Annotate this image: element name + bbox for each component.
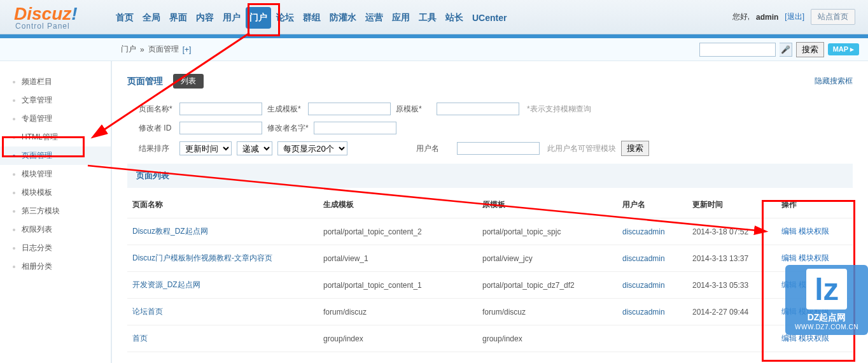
- nav-用户[interactable]: 用户: [219, 7, 244, 29]
- op-perm[interactable]: 模块权限: [799, 227, 829, 236]
- logo: Discuz! Control Panel: [0, 4, 112, 31]
- row-name-link[interactable]: 开发资源_DZ起点网: [132, 280, 200, 289]
- nav-应用[interactable]: 应用: [388, 7, 414, 29]
- nav-站长[interactable]: 站长: [442, 7, 467, 29]
- breadcrumb-sep: »: [140, 45, 144, 54]
- row-gen: group/index: [318, 325, 477, 352]
- mic-icon[interactable]: 🎤: [780, 43, 792, 57]
- col-user: 用户名: [617, 192, 687, 218]
- sidebar-item-9[interactable]: 日志分类: [0, 239, 111, 257]
- input-origtpl[interactable]: [437, 103, 519, 115]
- nav-UCenter[interactable]: UCenter: [468, 8, 510, 28]
- input-gentpl[interactable]: [308, 103, 391, 115]
- row-time: [687, 325, 776, 352]
- watermark-name: DZ起点网: [789, 312, 864, 324]
- row-gen: forum/discuz: [318, 299, 477, 325]
- sidebar-item-8[interactable]: 权限列表: [0, 220, 111, 239]
- sidebar: 频道栏目文章管理专题管理HTML管理页面管理模块管理模块模板第三方模块权限列表日…: [0, 61, 112, 363]
- row-time: 2014-3-13 13:37: [687, 245, 776, 272]
- table-row: 论坛首页forum/discuzforum/discuzdiscuzadmin2…: [127, 299, 853, 325]
- content: 页面管理 列表 隐藏搜索框 页面名称* 生成模板* 原模板* *表示支持模糊查询…: [112, 61, 868, 363]
- select-order[interactable]: 递减: [237, 141, 272, 155]
- main-nav: 首页全局界面内容用户门户论坛群组防灌水运营应用工具站长UCenter: [112, 6, 732, 29]
- sidebar-item-4[interactable]: 页面管理: [0, 146, 111, 165]
- label-sort: 结果排序: [139, 143, 174, 154]
- label-modid: 修改者 ID: [139, 123, 174, 134]
- row-orig: portal/view_jcy: [477, 245, 617, 272]
- nav-运营[interactable]: 运营: [361, 7, 387, 29]
- label-name: 页面名称*: [139, 104, 174, 115]
- input-modid[interactable]: [179, 122, 262, 134]
- global-search-button[interactable]: 搜索: [796, 42, 824, 57]
- row-gen: portal/view_1: [318, 245, 477, 272]
- input-name[interactable]: [179, 103, 262, 115]
- logo-text: Discuz: [14, 4, 71, 24]
- row-orig: group/index: [477, 325, 617, 352]
- table-row: Discuz教程_DZ起点网portal/portal_topic_conten…: [127, 218, 853, 245]
- breadcrumb-portal[interactable]: 门户: [121, 44, 136, 55]
- sidebar-item-5[interactable]: 模块管理: [0, 165, 111, 183]
- sidebar-item-2[interactable]: 专题管理: [0, 110, 111, 128]
- sidebar-item-10[interactable]: 相册分类: [0, 257, 111, 276]
- table-row: 开发资源_DZ起点网portal/portal_topic_content_1p…: [127, 272, 853, 299]
- sidebar-item-6[interactable]: 模块模板: [0, 183, 111, 202]
- hide-search-link[interactable]: 隐藏搜索框: [815, 76, 853, 87]
- nav-全局[interactable]: 全局: [139, 7, 164, 29]
- nav-工具[interactable]: 工具: [415, 7, 440, 29]
- row-name-link[interactable]: 论坛首页: [132, 307, 163, 316]
- watermark-url: WWW.DZ7.COM.CN: [789, 324, 864, 331]
- row-orig: portal/portal_topic_dz7_df2: [477, 272, 617, 299]
- row-orig: portal/portal_topic_spjc: [477, 218, 617, 245]
- row-gen: portal/portal_topic_content_1: [318, 272, 477, 299]
- row-user-link[interactable]: discuzadmin: [622, 281, 665, 290]
- nav-论坛[interactable]: 论坛: [272, 7, 298, 29]
- row-name-link[interactable]: Discuz门户模板制作视频教程-文章内容页: [132, 253, 272, 262]
- row-user-link[interactable]: discuzadmin: [622, 254, 665, 263]
- op-edit[interactable]: 编辑: [781, 227, 797, 236]
- page-title: 页面管理: [127, 76, 163, 87]
- logo-excl: !: [71, 4, 77, 24]
- nav-群组[interactable]: 群组: [299, 7, 325, 29]
- sidebar-item-3[interactable]: HTML管理: [0, 128, 111, 146]
- watermark: lz DZ起点网 WWW.DZ7.COM.CN: [785, 265, 868, 335]
- list-tab[interactable]: 列表: [173, 74, 204, 89]
- sidebar-item-1[interactable]: 文章管理: [0, 91, 111, 110]
- watermark-icon: lz: [806, 269, 847, 310]
- logout-link[interactable]: [退出]: [785, 11, 804, 22]
- nav-首页[interactable]: 首页: [112, 7, 137, 29]
- row-name-link[interactable]: 首页: [132, 334, 148, 343]
- nav-防灌水[interactable]: 防灌水: [326, 7, 360, 29]
- op-perm[interactable]: 模块权限: [799, 334, 829, 343]
- map-button[interactable]: MAP ▸: [828, 43, 859, 55]
- table-row: 首页group/indexgroup/index编辑 模块权限: [127, 325, 853, 352]
- row-time: 2014-3-13 05:33: [687, 272, 776, 299]
- nav-界面[interactable]: 界面: [165, 7, 191, 29]
- global-search-input[interactable]: [699, 43, 776, 57]
- breadcrumb-page[interactable]: 页面管理: [148, 44, 179, 55]
- op-edit[interactable]: 编辑: [781, 253, 797, 262]
- nav-内容[interactable]: 内容: [192, 7, 218, 29]
- select-perpage[interactable]: 每页显示20个: [277, 141, 347, 155]
- col-name: 页面名称: [127, 192, 318, 218]
- row-user-link[interactable]: discuzadmin: [622, 308, 665, 317]
- form-search-button[interactable]: 搜索: [621, 141, 649, 156]
- logo-subtitle: Control Panel: [14, 22, 112, 31]
- row-user-link[interactable]: discuzadmin: [622, 227, 665, 236]
- op-perm[interactable]: 模块权限: [799, 253, 829, 262]
- nav-门户[interactable]: 门户: [246, 7, 271, 29]
- row-name-link[interactable]: Discuz教程_DZ起点网: [132, 227, 208, 236]
- row-orig: forum/discuz: [477, 299, 617, 325]
- sidebar-item-7[interactable]: 第三方模块: [0, 202, 111, 220]
- site-home-button[interactable]: 站点首页: [811, 9, 855, 25]
- username: admin: [756, 13, 778, 22]
- label-modname: 修改者名字*: [267, 123, 309, 134]
- greeting-text: 您好,: [732, 11, 750, 22]
- sidebar-item-0[interactable]: 频道栏目: [0, 73, 111, 91]
- select-sort[interactable]: 更新时间: [179, 141, 232, 155]
- label-origtpl: 原模板*: [396, 104, 431, 115]
- breadcrumb-add[interactable]: [+]: [183, 45, 192, 54]
- op-edit[interactable]: 编辑: [781, 334, 797, 343]
- input-modname[interactable]: [314, 122, 396, 134]
- input-user[interactable]: [457, 142, 540, 155]
- row-time: 2014-2-27 09:44: [687, 299, 776, 325]
